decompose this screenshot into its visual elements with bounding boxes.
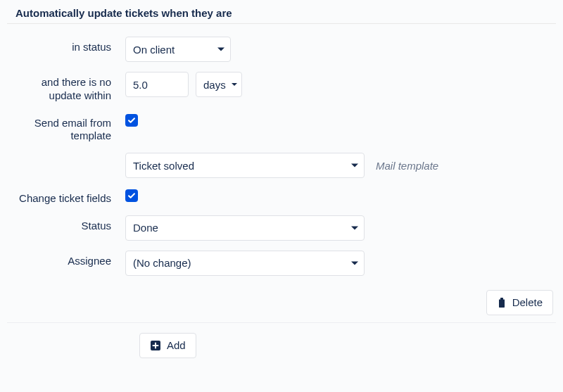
add-button[interactable]: Add bbox=[139, 333, 196, 358]
label-status: Status bbox=[7, 215, 125, 233]
status-filter-select[interactable]: On client bbox=[125, 37, 231, 62]
add-row: Add bbox=[7, 333, 556, 358]
row-in-status: in status On client bbox=[7, 37, 556, 62]
trash-icon bbox=[497, 297, 507, 308]
row-change-fields: Change ticket fields bbox=[7, 188, 556, 206]
chevron-down-icon bbox=[351, 226, 358, 229]
plus-icon bbox=[150, 340, 161, 351]
row-status: Status Done bbox=[7, 215, 556, 241]
duration-input[interactable] bbox=[125, 72, 189, 97]
chevron-down-icon bbox=[351, 261, 358, 265]
change-fields-checkbox[interactable] bbox=[125, 189, 138, 202]
chevron-down-icon bbox=[217, 48, 224, 51]
mail-template-select[interactable]: Ticket solved bbox=[125, 153, 365, 178]
status-select[interactable]: Done bbox=[125, 215, 365, 241]
delete-button[interactable]: Delete bbox=[486, 290, 553, 315]
mail-template-hint: Mail template bbox=[372, 160, 438, 172]
label-send-email: Send email from template bbox=[7, 113, 125, 144]
label-assignee: Assignee bbox=[7, 251, 125, 268]
duration-unit-value: days bbox=[203, 79, 226, 91]
row-no-update: and there is no update within days bbox=[7, 72, 556, 103]
mail-template-value: Ticket solved bbox=[133, 160, 194, 172]
check-icon bbox=[127, 191, 136, 200]
label-in-status: in status bbox=[7, 37, 125, 54]
section-title: Automatically update tickets when they a… bbox=[7, 0, 556, 24]
row-mail-template: Ticket solved Mail template bbox=[7, 153, 556, 178]
chevron-down-icon bbox=[351, 164, 358, 167]
row-send-email: Send email from template bbox=[7, 113, 556, 144]
row-assignee: Assignee (No change) bbox=[7, 251, 556, 276]
duration-unit-select[interactable]: days bbox=[196, 72, 242, 97]
chevron-down-icon bbox=[232, 83, 237, 86]
check-icon bbox=[127, 116, 136, 125]
status-value: Done bbox=[133, 222, 158, 234]
assignee-select[interactable]: (No change) bbox=[125, 251, 365, 276]
label-no-update: and there is no update within bbox=[7, 72, 125, 103]
status-filter-value: On client bbox=[133, 44, 175, 56]
actions-right: Delete bbox=[7, 286, 556, 322]
delete-label: Delete bbox=[512, 296, 543, 308]
send-email-checkbox[interactable] bbox=[125, 114, 138, 127]
add-label: Add bbox=[167, 339, 186, 351]
auto-update-panel: Automatically update tickets when they a… bbox=[0, 0, 563, 372]
label-change-fields: Change ticket fields bbox=[7, 188, 125, 206]
assignee-value: (No change) bbox=[133, 257, 191, 269]
divider bbox=[7, 322, 556, 323]
